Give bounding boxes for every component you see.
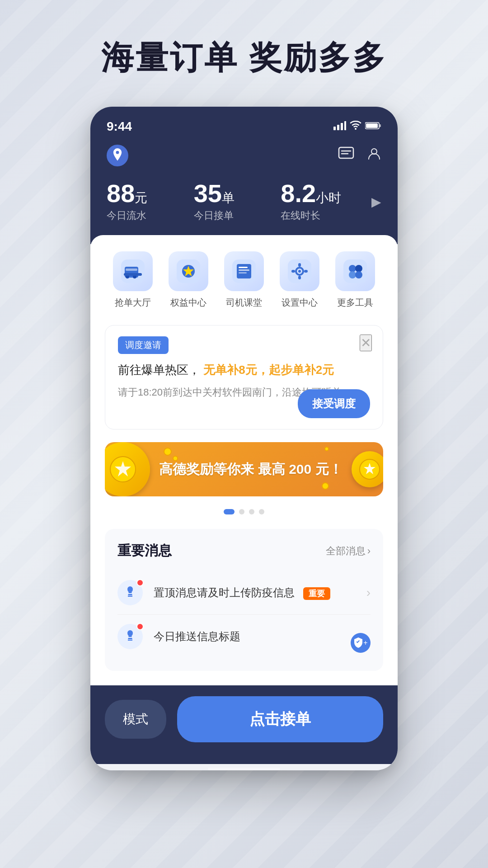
- msg-text-1: 今日推送信息标题: [154, 628, 371, 645]
- msg-text-0: 置顶消息请及时上传防疫信息 重要: [154, 585, 361, 601]
- grab-hall-label: 抢单大厅: [115, 297, 151, 309]
- pagination-dot-2[interactable]: [249, 509, 254, 514]
- dispatch-card: 调度邀请 ✕ 前往爆单热区， 无单补8元，起步单补2元 请于18:20前到达中关…: [105, 325, 383, 429]
- messages-section: 重要消息 全部消息 › 置顶消息请及时上传防疫信息: [105, 529, 383, 671]
- msg-avatar-1: [117, 624, 143, 649]
- stat-orders-value: 35单: [194, 181, 281, 206]
- menu-item-grab-hall[interactable]: 抢单大厅: [113, 251, 153, 309]
- driver-class-label: 司机课堂: [226, 297, 262, 309]
- svg-point-34: [355, 271, 362, 278]
- stat-flow: 88元 今日流水: [107, 181, 194, 222]
- svg-rect-29: [304, 270, 308, 273]
- coin-decoration-4: [324, 447, 329, 451]
- more-tools-icon: [335, 251, 375, 291]
- svg-rect-28: [291, 270, 295, 273]
- more-tools-label: 更多工具: [337, 297, 373, 309]
- stat-online-label: 在线时长: [281, 209, 368, 222]
- chevron-right-icon: ›: [367, 545, 371, 557]
- driver-class-icon: [224, 251, 264, 291]
- settings-icon: [280, 251, 319, 291]
- pagination-dot-3[interactable]: [259, 509, 264, 514]
- stat-online-value: 8.2小时: [281, 181, 368, 206]
- app-screen: 9:44: [90, 107, 398, 770]
- msg-avatar-0: [117, 580, 143, 605]
- message-item-1[interactable]: 今日推送信息标题 +: [117, 615, 371, 658]
- svg-rect-1: [337, 125, 339, 130]
- svg-rect-26: [298, 263, 301, 267]
- svg-rect-14: [124, 273, 142, 276]
- svg-rect-0: [333, 127, 336, 130]
- stats-row: 88元 今日流水 35单 今日接单 8.2小时 在线时长 ▶: [107, 181, 381, 222]
- dispatch-title-highlight: 无单补8元，起步单补2元: [203, 363, 334, 377]
- app-header: 9:44: [90, 107, 398, 244]
- svg-point-31: [349, 265, 356, 272]
- rights-center-label: 权益中心: [170, 297, 206, 309]
- card-area: 抢单大厅 权益中心: [90, 235, 398, 685]
- grab-hall-icon: [113, 251, 153, 291]
- mode-button[interactable]: 模式: [105, 700, 166, 739]
- svg-rect-11: [126, 269, 137, 271]
- msg-badge-0: 重要: [303, 587, 330, 600]
- svg-rect-3: [344, 121, 346, 130]
- dispatch-badge: 调度邀请: [118, 336, 169, 354]
- rights-center-icon: [169, 251, 208, 291]
- red-dot-0: [136, 579, 144, 586]
- stat-flow-label: 今日流水: [107, 209, 194, 222]
- dispatch-close-button[interactable]: ✕: [360, 335, 372, 351]
- page-headline: 海量订单 奖励多多: [0, 0, 488, 107]
- menu-item-settings[interactable]: 设置中心: [280, 251, 319, 309]
- reward-coin-left: [105, 442, 150, 496]
- quick-menu: 抢单大厅 权益中心: [105, 251, 383, 309]
- pagination-dot-0[interactable]: [224, 509, 235, 514]
- svg-rect-30: [343, 259, 367, 283]
- menu-item-more-tools[interactable]: 更多工具: [335, 251, 375, 309]
- stat-flow-value: 88元: [107, 181, 194, 206]
- status-time: 9:44: [107, 119, 132, 134]
- pagination-dot-1[interactable]: [239, 509, 244, 514]
- svg-rect-27: [298, 276, 301, 279]
- messages-title: 重要消息: [117, 542, 172, 560]
- svg-rect-5: [379, 124, 381, 127]
- svg-rect-20: [239, 267, 248, 268]
- coin-decoration-1: [164, 448, 172, 456]
- menu-item-rights-center[interactable]: 权益中心: [169, 251, 208, 309]
- battery-icon: [365, 122, 381, 132]
- nav-right-icons: [338, 146, 381, 165]
- svg-point-25: [298, 270, 301, 273]
- msg-arrow-0: ›: [366, 585, 371, 600]
- svg-point-33: [349, 271, 356, 278]
- red-dot-1: [136, 623, 144, 630]
- svg-rect-6: [366, 123, 378, 128]
- message-icon[interactable]: [338, 146, 354, 165]
- reward-banner[interactable]: 高德奖励等你来 最高 200 元！: [105, 442, 383, 496]
- message-item-0[interactable]: 置顶消息请及时上传防疫信息 重要 ›: [117, 571, 371, 615]
- home-indicator: [208, 768, 280, 770]
- dispatch-accept-button[interactable]: 接受调度: [298, 389, 370, 418]
- messages-all-link[interactable]: 全部消息 ›: [326, 544, 371, 558]
- svg-rect-19: [237, 264, 251, 278]
- stat-orders-label: 今日接单: [194, 209, 281, 222]
- dispatch-title-start: 前往爆单热区，: [118, 363, 200, 377]
- menu-item-driver-class[interactable]: 司机课堂: [224, 251, 264, 309]
- status-bar: 9:44: [107, 119, 381, 134]
- signal-icon: [333, 121, 346, 132]
- svg-rect-7: [339, 147, 353, 158]
- stats-arrow-icon[interactable]: ▶: [371, 194, 381, 209]
- settings-center-label: 设置中心: [282, 297, 318, 309]
- dispatch-title: 前往爆单热区， 无单补8元，起步单补2元: [118, 361, 370, 379]
- svg-rect-21: [239, 269, 249, 271]
- reward-text: 高德奖励等你来 最高 200 元！: [150, 460, 352, 479]
- profile-icon[interactable]: [367, 146, 381, 165]
- accept-order-button[interactable]: 点击接单: [177, 696, 383, 742]
- phone-mockup: 9:44: [90, 107, 398, 770]
- svg-rect-22: [239, 272, 247, 274]
- stat-online: 8.2小时 在线时长: [281, 181, 368, 222]
- svg-rect-2: [341, 123, 343, 130]
- stat-orders: 35单 今日接单: [194, 181, 281, 222]
- nav-bar: [107, 145, 381, 166]
- messages-header: 重要消息 全部消息 ›: [117, 542, 371, 560]
- pagination-dots: [105, 509, 383, 514]
- shield-icon: +: [351, 633, 371, 653]
- location-icon[interactable]: [107, 145, 128, 166]
- bottom-bar: 模式 点击接单: [90, 685, 398, 764]
